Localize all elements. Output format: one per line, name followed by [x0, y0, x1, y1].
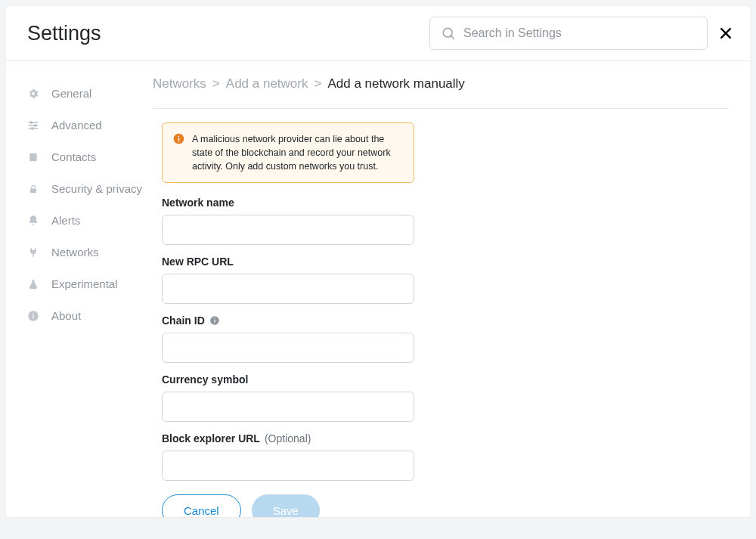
network-name-input[interactable]	[162, 215, 414, 245]
flask-icon	[27, 278, 39, 290]
gear-icon	[27, 88, 39, 100]
breadcrumb-current: Add a network manually	[327, 76, 464, 91]
svg-rect-14	[33, 313, 33, 314]
sidebar-item-networks[interactable]: Networks	[26, 237, 150, 268]
currency-symbol-input[interactable]	[162, 392, 414, 422]
sidebar-item-about[interactable]: About	[26, 300, 150, 332]
info-icon	[209, 315, 220, 326]
sidebar-item-alerts[interactable]: Alerts	[26, 205, 150, 237]
svg-rect-20	[214, 318, 215, 319]
breadcrumb-networks[interactable]: Networks	[153, 76, 206, 91]
search-icon	[441, 26, 456, 41]
svg-rect-17	[178, 136, 179, 137]
search-input[interactable]	[463, 26, 696, 40]
bell-icon	[27, 215, 39, 227]
info-icon	[27, 310, 39, 322]
sidebar-item-label: About	[51, 309, 81, 323]
currency-symbol-label: Currency symbol	[162, 373, 414, 386]
chain-id-info-button[interactable]	[209, 315, 220, 326]
breadcrumb: Networks > Add a network > Add a network…	[153, 76, 729, 91]
cancel-button[interactable]: Cancel	[162, 494, 241, 517]
settings-header: Settings	[6, 6, 750, 61]
page-title: Settings	[27, 22, 101, 45]
sidebar-item-contacts[interactable]: Contacts	[26, 141, 150, 173]
svg-rect-16	[178, 138, 179, 141]
main-content: Networks > Add a network > Add a network…	[150, 61, 750, 517]
network-name-label: Network name	[162, 197, 414, 209]
warning-info-icon	[173, 133, 184, 144]
breadcrumb-add-network[interactable]: Add a network	[226, 76, 308, 91]
warning-text: A malicious network provider can lie abo…	[192, 132, 401, 173]
svg-point-8	[34, 125, 36, 127]
sidebar-item-label: Networks	[51, 246, 99, 259]
sidebar-item-label: Experimental	[51, 277, 118, 291]
svg-rect-10	[29, 153, 36, 162]
block-explorer-input[interactable]	[162, 451, 414, 481]
rpc-url-label: New RPC URL	[162, 256, 414, 268]
chain-id-label: Chain ID	[162, 314, 205, 327]
plug-icon	[27, 246, 39, 259]
search-wrap[interactable]	[429, 17, 708, 50]
breadcrumb-separator: >	[314, 76, 321, 91]
svg-line-1	[451, 36, 454, 39]
sidebar-item-label: Alerts	[51, 214, 80, 228]
svg-point-9	[31, 128, 33, 130]
close-button[interactable]	[718, 26, 733, 41]
sidebar-item-label: Contacts	[51, 150, 96, 164]
close-icon	[718, 26, 733, 41]
chain-id-input[interactable]	[162, 333, 414, 363]
save-button[interactable]: Save	[252, 494, 320, 517]
sidebar-item-security[interactable]: Security & privacy	[26, 173, 150, 205]
optional-suffix: (Optional)	[265, 432, 311, 445]
section-divider	[153, 108, 729, 109]
contacts-icon	[28, 151, 39, 163]
sidebar-item-experimental[interactable]: Experimental	[26, 268, 150, 300]
block-explorer-label: Block explorer URL	[162, 432, 260, 445]
rpc-url-input[interactable]	[162, 274, 414, 304]
warning-banner: A malicious network provider can lie abo…	[162, 122, 414, 183]
svg-point-7	[30, 122, 33, 124]
svg-rect-11	[30, 188, 36, 193]
breadcrumb-separator: >	[212, 76, 220, 91]
sidebar-item-label: General	[51, 87, 91, 101]
sidebar-item-label: Advanced	[51, 119, 102, 132]
sidebar-item-general[interactable]: General	[26, 78, 150, 110]
settings-sidebar: General Advanced Contacts Security & pri…	[6, 61, 150, 517]
svg-rect-19	[214, 320, 215, 323]
sidebar-item-advanced[interactable]: Advanced	[26, 110, 150, 141]
sidebar-item-label: Security & privacy	[51, 182, 142, 196]
lock-icon	[28, 183, 39, 195]
sliders-icon	[27, 119, 39, 132]
svg-rect-13	[33, 315, 33, 319]
